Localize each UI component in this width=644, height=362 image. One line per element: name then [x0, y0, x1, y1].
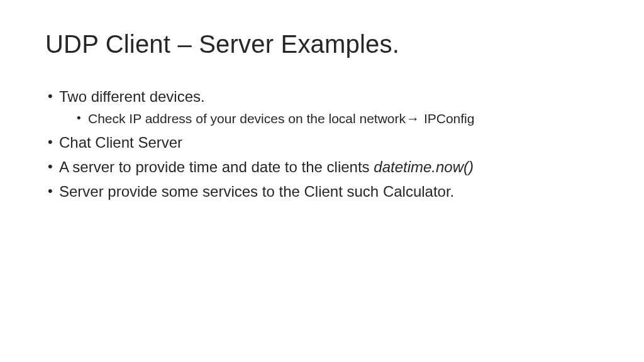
sub-bullet-list: Check IP address of your devices on the … — [59, 109, 599, 128]
bullet-item: Two different devices. Check IP address … — [45, 86, 599, 128]
slide: UDP Client – Server Examples. Two differ… — [0, 0, 644, 362]
bullet-text: Chat Client Server — [59, 134, 182, 151]
sub-bullet-text-pre: Check IP address of your devices on the … — [88, 111, 406, 126]
slide-title: UDP Client – Server Examples. — [45, 30, 599, 58]
sub-bullet-item: Check IP address of your devices on the … — [75, 109, 599, 128]
bullet-text-pre: A server to provide time and date to the… — [59, 158, 374, 175]
bullet-text-code: datetime.now() — [374, 158, 474, 175]
bullet-item: Chat Client Server — [45, 132, 599, 154]
sub-bullet-text-post: IPConfig — [420, 111, 474, 126]
bullet-list: Two different devices. Check IP address … — [45, 86, 599, 203]
bullet-text: Two different devices. — [59, 88, 205, 105]
bullet-item: Server provide some services to the Clie… — [45, 181, 599, 203]
bullet-item: A server to provide time and date to the… — [45, 156, 599, 178]
arrow-icon: → — [406, 109, 419, 128]
bullet-text: Server provide some services to the Clie… — [59, 183, 454, 200]
